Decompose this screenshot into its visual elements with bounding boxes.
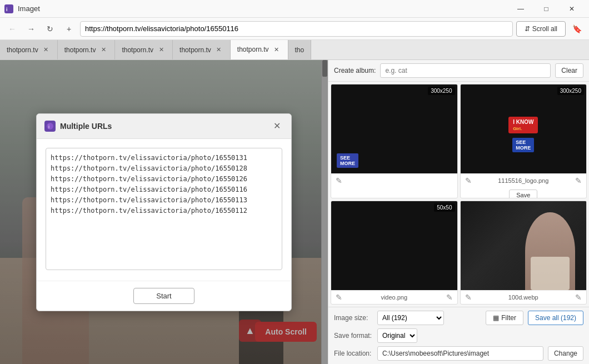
image-thumb-1: 300x250 SEEMORE	[331, 84, 457, 173]
edit-icon-2[interactable]: ✎	[465, 176, 472, 185]
image-card-4: 255x255 Thop ✎ 100d.webp ✎	[460, 201, 587, 305]
tab-1[interactable]: thotporn.tv ✕	[0, 40, 58, 60]
file-location-input[interactable]	[377, 346, 543, 361]
edit-icon-2b[interactable]: ✎	[575, 176, 582, 185]
start-button[interactable]: Start	[133, 288, 194, 304]
image-size-row: Image size: All (192) Small Medium Large…	[334, 311, 583, 325]
tab-5-close[interactable]: ✕	[272, 45, 281, 54]
image-size-label: Image size:	[334, 314, 373, 322]
tab-5[interactable]: thotporn.tv ✕	[231, 40, 288, 60]
card-footer-4: ✎ 100d.webp ✎	[461, 290, 587, 304]
image-card-2: 300x250 I KNOWGirl. SEEMORE ✎ 1115516_lo…	[460, 84, 587, 198]
tab-4-close[interactable]: ✕	[214, 46, 223, 54]
tab-4[interactable]: thotporn.tv ✕	[173, 40, 231, 60]
size-badge-3: 50x50	[434, 203, 455, 212]
modal-close-button[interactable]: ✕	[270, 119, 283, 133]
tab-2-label: thotporn.tv	[64, 46, 96, 54]
modal-icon: i	[44, 121, 56, 132]
tab-1-label: thotporn.tv	[7, 46, 38, 54]
back-button[interactable]: ←	[4, 21, 20, 37]
save-all-button[interactable]: Save all (192)	[528, 311, 583, 325]
modal-footer: Start	[37, 281, 291, 311]
titlebar: i Imaget — □ ✕	[0, 0, 589, 18]
tab-3-close[interactable]: ✕	[157, 46, 166, 54]
save-button-2[interactable]: Save	[509, 190, 537, 198]
tab-6-label: tho	[295, 46, 305, 54]
navbar: ← → ↻ + ⇵ Scroll all 🔖	[0, 18, 589, 40]
file-location-row: File location: Change	[334, 346, 583, 361]
edit-icon-1[interactable]: ✎	[336, 176, 342, 185]
tab-3[interactable]: thotporn.tv ✕	[115, 40, 173, 60]
image-size-select[interactable]: All (192) Small Medium Large	[377, 311, 444, 325]
save-format-label: Save format:	[334, 332, 373, 340]
svg-text:i: i	[48, 124, 49, 129]
edit-icon-4[interactable]: ✎	[465, 293, 472, 302]
app-icon: i	[4, 4, 13, 13]
save-format-select[interactable]: Original JPEG PNG WEBP	[377, 328, 417, 343]
bookmark-button[interactable]: 🔖	[569, 21, 585, 37]
maximize-button[interactable]: □	[533, 0, 559, 18]
tab-6-partial[interactable]: tho	[288, 40, 312, 60]
edit-icon-3[interactable]: ✎	[336, 293, 342, 302]
size-badge-2: 300x250	[557, 87, 584, 95]
svg-point-2	[47, 123, 53, 129]
edit-icon-4b[interactable]: ✎	[575, 293, 582, 302]
scroll-all-button[interactable]: ⇵ Scroll all	[516, 21, 566, 37]
modal-header: i Multiple URLs ✕	[37, 114, 291, 139]
main-content: ▲ Auto Scroll i Multiple URLs ✕	[0, 60, 589, 364]
scroll-all-icon: ⇵	[525, 25, 530, 33]
tab-3-label: thotporn.tv	[122, 46, 153, 54]
card-footer-3: ✎ video.png ✎	[331, 290, 457, 304]
bottom-controls: Image size: All (192) Small Medium Large…	[328, 307, 589, 364]
svg-text:i: i	[6, 7, 8, 12]
card-footer-2: ✎ 1115516_logo.png ✎	[461, 173, 587, 187]
change-button[interactable]: Change	[548, 346, 583, 361]
right-header: Create album: Clear	[328, 60, 589, 82]
refresh-button[interactable]: ↻	[42, 21, 58, 37]
tab-1-close[interactable]: ✕	[42, 46, 51, 54]
modal-body	[37, 139, 291, 281]
clear-button[interactable]: Clear	[555, 63, 583, 78]
album-label: Create album:	[334, 67, 376, 74]
album-input[interactable]	[380, 63, 551, 78]
save-format-row: Save format: Original JPEG PNG WEBP	[334, 328, 583, 343]
multiple-urls-modal: i Multiple URLs ✕ Start	[36, 113, 292, 311]
browser-panel: ▲ Auto Scroll i Multiple URLs ✕	[0, 60, 328, 364]
image-thumb-4: 255x255 Thop	[461, 201, 587, 290]
image-grid: 300x250 SEEMORE ✎ 300x250 I KNOWGirl. SE…	[328, 82, 589, 307]
modal-title: Multiple URLs	[60, 122, 266, 131]
tab-5-label: thotporn.tv	[237, 46, 269, 53]
url-textarea[interactable]	[46, 148, 282, 270]
close-button[interactable]: ✕	[559, 0, 585, 18]
tabsbar: thotporn.tv ✕ thotporn.tv ✕ thotporn.tv …	[0, 40, 589, 60]
tab-2[interactable]: thotporn.tv ✕	[58, 40, 116, 60]
window-controls: — □ ✕	[508, 0, 585, 18]
file-location-label: File location:	[334, 350, 373, 357]
filter-button[interactable]: ▦ Filter	[486, 311, 523, 325]
tab-2-close[interactable]: ✕	[99, 46, 108, 54]
right-panel: Create album: Clear 300x250 SEEMORE ✎	[328, 60, 589, 364]
filename-2: 1115516_logo.png	[474, 177, 573, 184]
new-tab-button[interactable]: +	[61, 21, 77, 37]
size-badge-1: 300x250	[428, 87, 455, 95]
address-input[interactable]	[80, 21, 513, 37]
tab-4-label: thotporn.tv	[179, 46, 211, 54]
image-thumb-2: 300x250 I KNOWGirl. SEEMORE	[461, 84, 587, 173]
image-card-3: 50x50 ✎ video.png ✎	[331, 201, 458, 305]
filter-icon: ▦	[493, 314, 499, 322]
forward-button[interactable]: →	[23, 21, 39, 37]
filename-3: video.png	[345, 294, 444, 301]
app-title: Imaget	[18, 4, 40, 13]
card-footer-1: ✎	[331, 173, 457, 187]
filename-4: 100d.webp	[474, 294, 573, 301]
modal-overlay: i Multiple URLs ✕ Start	[0, 60, 328, 364]
image-card-1: 300x250 SEEMORE ✎	[331, 84, 458, 198]
minimize-button[interactable]: —	[508, 0, 533, 18]
edit-icon-3b[interactable]: ✎	[446, 293, 453, 302]
image-thumb-3: 50x50	[331, 201, 457, 290]
